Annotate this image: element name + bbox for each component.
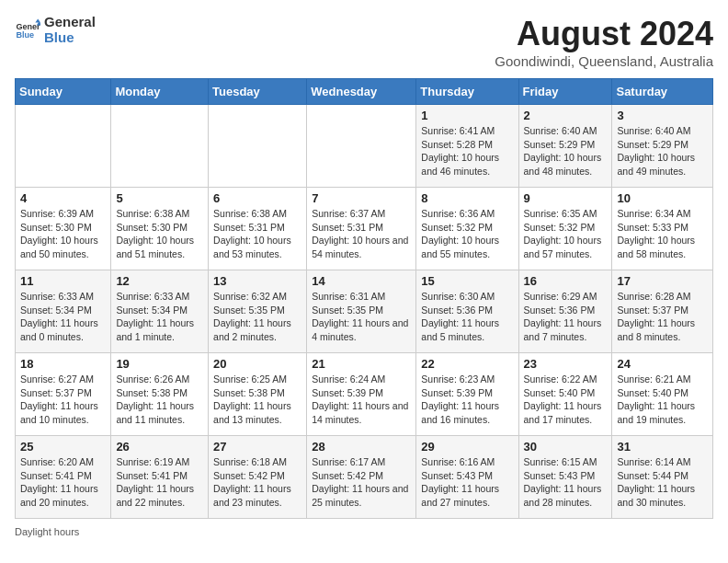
day-info: Sunrise: 6:36 AMSunset: 5:32 PMDaylight:… (421, 207, 513, 261)
header-wednesday: Wednesday (307, 79, 416, 105)
calendar-table: SundayMondayTuesdayWednesdayThursdayFrid… (15, 78, 713, 519)
day-number: 9 (524, 191, 608, 205)
day-info: Sunrise: 6:40 AMSunset: 5:29 PMDaylight:… (524, 124, 608, 178)
day-number: 25 (20, 440, 106, 454)
day-number: 21 (312, 357, 411, 371)
day-info: Sunrise: 6:14 AMSunset: 5:44 PMDaylight:… (617, 455, 708, 510)
calendar-cell: 14Sunrise: 6:31 AMSunset: 5:35 PMDayligh… (307, 270, 416, 353)
logo-icon: General Blue (15, 17, 40, 43)
calendar-cell: 29Sunrise: 6:16 AMSunset: 5:43 PMDayligh… (416, 436, 518, 519)
day-number: 22 (421, 357, 513, 371)
day-info: Sunrise: 6:35 AMSunset: 5:32 PMDaylight:… (524, 207, 608, 261)
day-number: 5 (116, 191, 203, 205)
calendar-cell: 4Sunrise: 6:39 AMSunset: 5:30 PMDaylight… (16, 188, 111, 270)
calendar-cell: 13Sunrise: 6:32 AMSunset: 5:35 PMDayligh… (209, 270, 307, 353)
day-number: 16 (524, 274, 608, 288)
day-info: Sunrise: 6:33 AMSunset: 5:34 PMDaylight:… (20, 290, 106, 344)
logo-text-general: General (44, 15, 96, 30)
calendar-cell: 7Sunrise: 6:37 AMSunset: 5:31 PMDaylight… (307, 188, 416, 270)
header-monday: Monday (111, 79, 209, 105)
day-number: 7 (312, 191, 411, 205)
calendar-cell: 17Sunrise: 6:28 AMSunset: 5:37 PMDayligh… (612, 270, 713, 353)
day-number: 18 (20, 357, 106, 371)
calendar-cell: 6Sunrise: 6:38 AMSunset: 5:31 PMDaylight… (209, 188, 307, 270)
svg-marker-2 (35, 18, 40, 22)
day-number: 4 (20, 191, 106, 205)
day-number: 29 (421, 440, 513, 454)
day-number: 24 (617, 357, 708, 371)
day-number: 13 (213, 274, 301, 288)
page-title: August 2024 (495, 15, 713, 53)
calendar-cell: 3Sunrise: 6:40 AMSunset: 5:29 PMDaylight… (612, 105, 713, 188)
logo: General Blue General Blue (15, 15, 96, 45)
day-info: Sunrise: 6:27 AMSunset: 5:37 PMDaylight:… (20, 373, 106, 427)
week-row-4: 18Sunrise: 6:27 AMSunset: 5:37 PMDayligh… (16, 353, 713, 436)
day-info: Sunrise: 6:22 AMSunset: 5:40 PMDaylight:… (524, 373, 608, 427)
calendar-cell: 16Sunrise: 6:29 AMSunset: 5:36 PMDayligh… (518, 270, 612, 353)
calendar-cell: 12Sunrise: 6:33 AMSunset: 5:34 PMDayligh… (111, 270, 209, 353)
day-number: 12 (116, 274, 203, 288)
day-number: 1 (421, 109, 513, 122)
day-number: 23 (524, 357, 608, 371)
calendar-cell: 23Sunrise: 6:22 AMSunset: 5:40 PMDayligh… (518, 353, 612, 436)
footer: Daylight hours (15, 526, 713, 537)
day-info: Sunrise: 6:19 AMSunset: 5:41 PMDaylight:… (116, 455, 203, 510)
daylight-label: Daylight hours (15, 526, 79, 537)
calendar-cell (16, 105, 111, 188)
day-number: 11 (20, 274, 106, 288)
logo-text-blue: Blue (44, 30, 96, 46)
header-thursday: Thursday (416, 79, 518, 105)
day-number: 28 (312, 440, 411, 454)
day-number: 3 (617, 109, 708, 122)
day-info: Sunrise: 6:34 AMSunset: 5:33 PMDaylight:… (617, 207, 708, 261)
week-row-1: 1Sunrise: 6:41 AMSunset: 5:28 PMDaylight… (16, 105, 713, 188)
day-number: 2 (524, 109, 608, 122)
day-number: 26 (116, 440, 203, 454)
calendar-cell: 22Sunrise: 6:23 AMSunset: 5:39 PMDayligh… (416, 353, 518, 436)
svg-text:Blue: Blue (16, 30, 34, 40)
header-tuesday: Tuesday (209, 79, 307, 105)
day-info: Sunrise: 6:31 AMSunset: 5:35 PMDaylight:… (312, 290, 411, 344)
day-info: Sunrise: 6:37 AMSunset: 5:31 PMDaylight:… (312, 207, 411, 261)
calendar-cell (307, 105, 416, 188)
day-number: 10 (617, 191, 708, 205)
calendar-cell: 1Sunrise: 6:41 AMSunset: 5:28 PMDaylight… (416, 105, 518, 188)
calendar-cell: 11Sunrise: 6:33 AMSunset: 5:34 PMDayligh… (16, 270, 111, 353)
calendar-cell: 21Sunrise: 6:24 AMSunset: 5:39 PMDayligh… (307, 353, 416, 436)
svg-text:General: General (16, 21, 40, 30)
day-number: 15 (421, 274, 513, 288)
day-info: Sunrise: 6:38 AMSunset: 5:31 PMDaylight:… (213, 207, 301, 261)
day-info: Sunrise: 6:17 AMSunset: 5:42 PMDaylight:… (312, 455, 411, 510)
day-info: Sunrise: 6:28 AMSunset: 5:37 PMDaylight:… (617, 290, 708, 344)
day-info: Sunrise: 6:41 AMSunset: 5:28 PMDaylight:… (421, 124, 513, 178)
day-info: Sunrise: 6:15 AMSunset: 5:43 PMDaylight:… (524, 455, 608, 510)
day-number: 14 (312, 274, 411, 288)
day-info: Sunrise: 6:25 AMSunset: 5:38 PMDaylight:… (213, 373, 301, 427)
day-number: 27 (213, 440, 301, 454)
title-area: August 2024 Goondiwindi, Queensland, Aus… (495, 15, 713, 69)
day-info: Sunrise: 6:20 AMSunset: 5:41 PMDaylight:… (20, 455, 106, 510)
day-info: Sunrise: 6:33 AMSunset: 5:34 PMDaylight:… (116, 290, 203, 344)
day-info: Sunrise: 6:16 AMSunset: 5:43 PMDaylight:… (421, 455, 513, 510)
week-row-5: 25Sunrise: 6:20 AMSunset: 5:41 PMDayligh… (16, 436, 713, 519)
calendar-cell: 15Sunrise: 6:30 AMSunset: 5:36 PMDayligh… (416, 270, 518, 353)
calendar-cell: 26Sunrise: 6:19 AMSunset: 5:41 PMDayligh… (111, 436, 209, 519)
calendar-body: 1Sunrise: 6:41 AMSunset: 5:28 PMDaylight… (16, 105, 713, 519)
page-subtitle: Goondiwindi, Queensland, Australia (495, 53, 713, 69)
calendar-cell: 25Sunrise: 6:20 AMSunset: 5:41 PMDayligh… (16, 436, 111, 519)
calendar-cell (111, 105, 209, 188)
calendar-cell: 18Sunrise: 6:27 AMSunset: 5:37 PMDayligh… (16, 353, 111, 436)
calendar-cell: 2Sunrise: 6:40 AMSunset: 5:29 PMDaylight… (518, 105, 612, 188)
day-info: Sunrise: 6:38 AMSunset: 5:30 PMDaylight:… (116, 207, 203, 261)
header-sunday: Sunday (16, 79, 111, 105)
week-row-3: 11Sunrise: 6:33 AMSunset: 5:34 PMDayligh… (16, 270, 713, 353)
day-info: Sunrise: 6:24 AMSunset: 5:39 PMDaylight:… (312, 373, 411, 427)
calendar-cell: 5Sunrise: 6:38 AMSunset: 5:30 PMDaylight… (111, 188, 209, 270)
calendar-cell: 10Sunrise: 6:34 AMSunset: 5:33 PMDayligh… (612, 188, 713, 270)
day-info: Sunrise: 6:29 AMSunset: 5:36 PMDaylight:… (524, 290, 608, 344)
calendar-cell: 8Sunrise: 6:36 AMSunset: 5:32 PMDaylight… (416, 188, 518, 270)
day-number: 20 (213, 357, 301, 371)
day-number: 8 (421, 191, 513, 205)
calendar-cell: 31Sunrise: 6:14 AMSunset: 5:44 PMDayligh… (612, 436, 713, 519)
calendar-cell: 27Sunrise: 6:18 AMSunset: 5:42 PMDayligh… (209, 436, 307, 519)
